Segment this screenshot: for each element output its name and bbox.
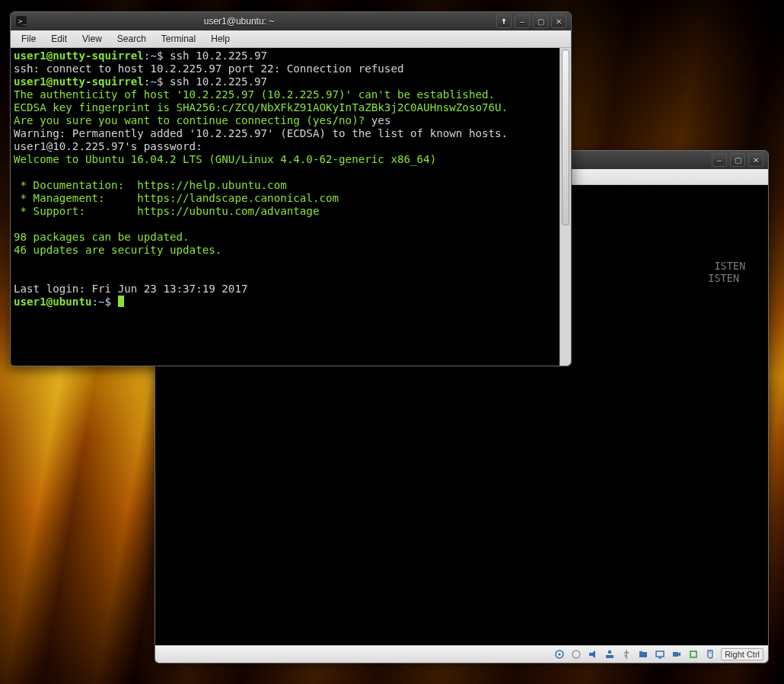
svg-rect-8 — [639, 652, 647, 657]
svg-rect-10 — [656, 651, 664, 657]
vbox-shared-folders-icon — [637, 648, 649, 660]
vbox-optical-icon — [570, 648, 582, 660]
vbox-usb-icon — [620, 648, 633, 660]
svg-point-4 — [572, 650, 580, 658]
svg-text:>_: >_ — [18, 18, 27, 25]
vbox-processor-icon — [687, 648, 700, 660]
terminal-content[interactable]: user1@nutty-squirrel:~$ ssh 10.2.225.97 … — [11, 48, 559, 366]
terminal-app-icon: >_ — [15, 15, 27, 27]
terminal-menu-search[interactable]: Search — [110, 32, 154, 46]
vbox-minimize-button[interactable]: – — [712, 153, 727, 167]
terminal-menu-view[interactable]: View — [75, 32, 110, 46]
svg-point-3 — [559, 654, 561, 656]
terminal-window: >_ user1@ubuntu: ~ – ▢ ✕ File Edit View … — [10, 11, 572, 366]
svg-rect-13 — [690, 651, 696, 657]
terminal-menu-edit[interactable]: Edit — [43, 32, 75, 46]
vbox-status-bar: Right Ctrl — [155, 645, 768, 663]
terminal-menu-help[interactable]: Help — [203, 32, 237, 46]
vbox-display-icon — [654, 648, 666, 660]
terminal-menu-file[interactable]: File — [14, 32, 43, 46]
terminal-window-title: user1@ubuntu: ~ — [32, 16, 492, 27]
terminal-ontop-button[interactable] — [496, 14, 512, 28]
vbox-mouse-icon — [704, 648, 716, 660]
terminal-titlebar[interactable]: >_ user1@ubuntu: ~ – ▢ ✕ — [11, 12, 571, 30]
svg-rect-11 — [658, 657, 661, 659]
svg-rect-12 — [673, 652, 678, 657]
terminal-menubar: File Edit View Search Terminal Help — [11, 30, 571, 48]
vbox-audio-icon — [587, 648, 599, 660]
svg-rect-9 — [639, 651, 642, 653]
vbox-hostkey-indicator: Right Ctrl — [721, 648, 763, 660]
vbox-close-button[interactable]: ✕ — [748, 153, 763, 167]
svg-rect-6 — [606, 655, 613, 658]
vbox-network-icon — [604, 648, 616, 660]
vbox-recording-icon — [671, 648, 683, 660]
terminal-close-button[interactable]: ✕ — [551, 14, 566, 28]
terminal-maximize-button[interactable]: ▢ — [533, 14, 548, 28]
svg-rect-5 — [589, 653, 592, 656]
vbox-sata-icon — [553, 648, 566, 660]
svg-rect-7 — [608, 650, 611, 654]
terminal-scrollbar-thumb[interactable] — [562, 50, 569, 225]
terminal-scrollbar[interactable] — [559, 48, 571, 366]
terminal-minimize-button[interactable]: – — [515, 14, 530, 28]
terminal-menu-terminal[interactable]: Terminal — [154, 32, 203, 46]
vbox-maximize-button[interactable]: ▢ — [730, 153, 745, 167]
